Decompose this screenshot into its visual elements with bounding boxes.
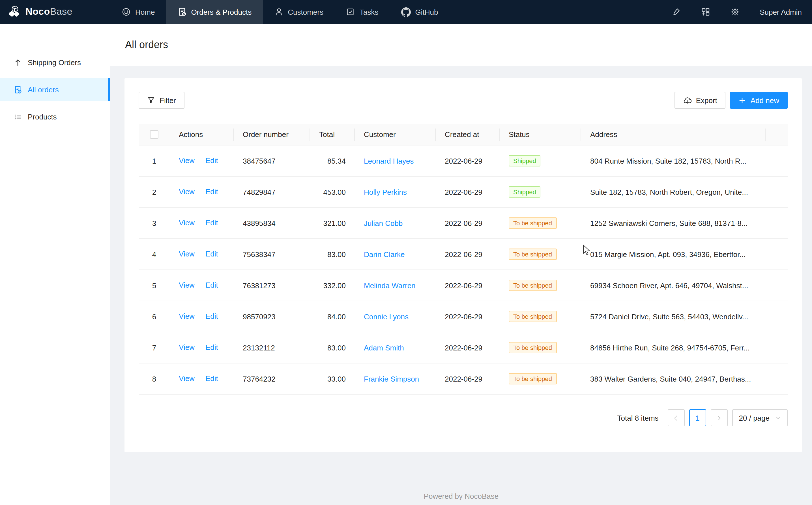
next-page-button[interactable] [711,409,728,426]
customer-link[interactable]: Holly Perkins [364,188,407,196]
nav-item-label: GitHub [415,8,438,16]
status-cell: Shipped [500,176,581,207]
select-all-checkbox[interactable] [150,130,159,139]
nav-item-orders-products[interactable]: Orders & Products [166,0,263,24]
chevron-left-icon [673,415,679,421]
view-link[interactable]: View [179,188,195,196]
col-header-customer: Customer [355,124,436,145]
gear-icon[interactable] [730,7,739,16]
row-index: 1 [139,145,170,176]
page-size-value: 20 / page [739,413,770,422]
sidebar-item-label: Shipping Orders [28,58,81,66]
view-link[interactable]: View [179,250,195,259]
export-button[interactable]: Export [674,92,726,109]
view-link[interactable]: View [179,343,195,352]
view-link[interactable]: View [179,281,195,290]
chevron-down-icon [775,415,781,420]
customer-link[interactable]: Melinda Warren [364,281,416,290]
nav-item-tasks[interactable]: Tasks [335,0,389,24]
status-cell: To be shipped [500,301,581,332]
nav-item-label: Tasks [359,8,378,16]
status-badge: Shipped [509,155,541,166]
nav-item-github[interactable]: GitHub [389,0,449,24]
customer-link[interactable]: Adam Smith [364,343,404,352]
page-title: All orders [125,39,168,51]
gutter-cell [766,363,788,394]
add-new-button[interactable]: Add new [730,92,788,109]
table-row: 1 ViewEdit 38475647 85.34 Leonard Hayes … [139,145,788,176]
sidebar-item-products[interactable]: Products [0,105,110,128]
edit-link[interactable]: Edit [205,188,218,196]
gutter-cell [766,176,788,207]
created-at-cell: 2022-06-29 [436,270,500,301]
customer-link[interactable]: Julian Cobb [364,219,402,227]
nav-item-home[interactable]: Home [110,0,166,24]
edit-link[interactable]: Edit [205,374,218,383]
sidebar-item-all-orders[interactable]: All orders [0,78,110,101]
address-cell: 1252 Swaniawski Corners, Suite 688, 8137… [581,207,766,238]
row-index: 7 [139,332,170,363]
customer-cell: Adam Smith [355,332,436,363]
check-square-icon [346,7,355,16]
prev-page-button[interactable] [668,409,685,426]
page-size-select[interactable]: 20 / page [732,409,788,426]
created-at-cell: 2022-06-29 [436,145,500,176]
filter-funnel-icon [147,96,155,104]
gutter-cell [766,332,788,363]
nav-item-customers[interactable]: Customers [263,0,335,24]
status-cell: To be shipped [500,270,581,301]
address-cell: 69934 Schoen River, Apt. 646, 49704, Wal… [581,270,766,301]
edit-link[interactable]: Edit [205,219,218,227]
table-row: 5 ViewEdit 76381273 332.00 Melinda Warre… [139,270,788,301]
table-row: 4 ViewEdit 75638347 83.00 Darin Clarke 2… [139,238,788,270]
orders-card: Filter Export [124,78,802,452]
status-badge: To be shipped [509,311,556,322]
nav-spacer [449,0,671,24]
brand-logo[interactable]: NocoBase [0,0,110,24]
user-icon [274,7,283,16]
status-badge: To be shipped [509,373,556,384]
cloud-download-icon [683,96,692,105]
user-menu[interactable]: Super Admin [760,8,802,16]
action-divider [200,220,200,227]
pagination: Total 8 items 1 20 / page [139,409,788,426]
row-index: 6 [139,301,170,332]
table-row: 7 ViewEdit 23132112 83.00 Adam Smith 202… [139,332,788,363]
edit-link[interactable]: Edit [205,281,218,290]
filter-button[interactable]: Filter [139,92,185,109]
customer-cell: Melinda Warren [355,270,436,301]
edit-link[interactable]: Edit [205,157,218,165]
col-header-actions: Actions [170,124,234,145]
view-link[interactable]: View [179,374,195,383]
brand-name: NocoBase [25,6,72,18]
edit-link[interactable]: Edit [205,312,218,321]
plugin-blocks-icon[interactable] [701,7,710,16]
address-cell: 84856 Hirthe Run, Suite 268, 94754-6705,… [581,332,766,363]
view-link[interactable]: View [179,312,195,321]
view-link[interactable]: View [179,219,195,227]
view-link[interactable]: View [179,157,195,165]
action-divider [200,282,200,290]
customer-link[interactable]: Leonard Hayes [364,157,414,165]
github-icon [401,7,411,17]
customer-link[interactable]: Darin Clarke [364,250,405,259]
highlighter-icon[interactable] [671,7,681,16]
customer-link[interactable]: Connie Lyons [364,312,409,321]
customer-cell: Leonard Hayes [355,145,436,176]
order-number-cell: 73764232 [234,363,310,394]
toolbar-right: Export Add new [674,92,788,109]
action-divider [200,376,200,383]
order-number-cell: 98570923 [234,301,310,332]
row-actions: ViewEdit [170,207,234,238]
address-cell: 015 Margie Mission, Apt. 093, 34936, Ebe… [581,238,766,270]
sidebar-item-shipping-orders[interactable]: Shipping Orders [0,51,110,73]
content-area: Filter Export [110,66,812,505]
select-all-header [139,124,170,145]
edit-link[interactable]: Edit [205,250,218,259]
customer-link[interactable]: Frankie Simpson [364,374,419,383]
order-number-cell: 76381273 [234,270,310,301]
edit-link[interactable]: Edit [205,343,218,352]
page-number-button[interactable]: 1 [689,409,706,426]
created-at-cell: 2022-06-29 [436,176,500,207]
address-cell: Suite 182, 15783, North Robert, Oregon, … [581,176,766,207]
